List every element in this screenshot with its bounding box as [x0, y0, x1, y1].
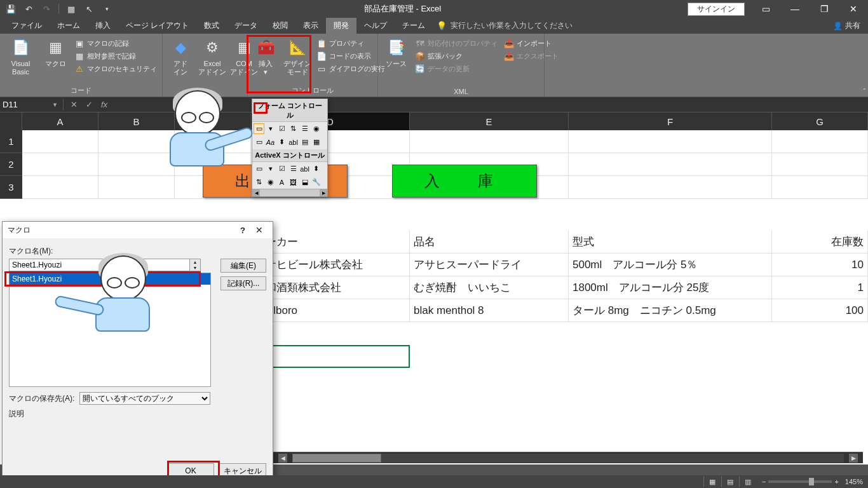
ax-list-icon[interactable]: ☰: [288, 163, 299, 174]
scrollbar-control-icon[interactable]: ⬍: [276, 137, 287, 147]
tab-view[interactable]: 表示: [295, 18, 326, 34]
combo-control-icon[interactable]: ▾: [265, 123, 276, 134]
macro-list-item[interactable]: Sheet1.Hyouzi: [10, 273, 210, 285]
collapse-ribbon-icon[interactable]: ˆ: [864, 88, 865, 95]
horizontal-scrollbar[interactable]: ◀ ▶: [273, 452, 863, 463]
ax-combo-icon[interactable]: ▾: [265, 163, 276, 174]
map-props-button[interactable]: 🗺対応付けのプロパティ: [414, 37, 499, 49]
zoom-label[interactable]: 145%: [845, 478, 863, 485]
save-location-select[interactable]: 開いているすべてのブック: [79, 392, 210, 405]
macros-button[interactable]: ▦ マクロ: [41, 36, 69, 69]
view-code-button[interactable]: 📄コードの表示: [315, 50, 386, 62]
close-icon[interactable]: ✕: [839, 0, 868, 18]
ax-spin-icon[interactable]: ⇅: [254, 177, 264, 187]
record-button[interactable]: 記録(R)...: [220, 276, 266, 290]
combo2-control-icon[interactable]: ▤: [299, 137, 310, 147]
popup-scrollbar[interactable]: ◀ ▶: [252, 189, 327, 196]
maximize-icon[interactable]: ❐: [810, 0, 839, 18]
col-hdr-f[interactable]: F: [569, 112, 772, 130]
row-hdr-2[interactable]: 2: [0, 153, 22, 176]
properties-button[interactable]: 📋プロパティ: [315, 37, 386, 49]
share-button[interactable]: 👤 共有: [833, 20, 860, 31]
scrollbar-thumb[interactable]: [292, 454, 381, 463]
macro-list[interactable]: Sheet1.Hyouzi: [9, 273, 211, 387]
dialog-close-icon[interactable]: ✕: [251, 225, 268, 235]
ax-text-icon[interactable]: abl: [299, 163, 310, 174]
name-box[interactable]: D11▼: [0, 98, 60, 112]
select-all-corner[interactable]: [0, 112, 22, 130]
tab-home[interactable]: ホーム: [50, 18, 88, 34]
tab-layout[interactable]: ページ レイアウト: [118, 18, 196, 34]
chevron-down-icon[interactable]: ▼: [52, 102, 58, 108]
view-layout-icon[interactable]: ▤: [721, 476, 739, 487]
record-macro-button[interactable]: ▣マクロの記録: [73, 37, 158, 49]
scroll-right-icon[interactable]: ▶: [849, 454, 858, 463]
view-pagebreak-icon[interactable]: ▥: [739, 476, 757, 487]
save-icon[interactable]: 💾: [5, 3, 17, 15]
macro-name-spinner[interactable]: ▲▼: [190, 259, 201, 271]
row-hdr-3[interactable]: 3: [0, 176, 22, 199]
button-control-icon[interactable]: ▭: [254, 123, 264, 134]
design-mode-button[interactable]: 📐 デザイン モード: [283, 36, 311, 77]
expansion-pack-button[interactable]: 📦拡張パック: [414, 50, 499, 62]
fx-icon[interactable]: fx: [97, 98, 112, 112]
tab-data[interactable]: データ: [227, 18, 265, 34]
qat-more-icon[interactable]: ▾: [101, 3, 112, 15]
tab-formulas[interactable]: 数式: [196, 18, 227, 34]
spin-up-icon[interactable]: ▲: [190, 259, 200, 265]
groupbox-control-icon[interactable]: ▭: [254, 137, 264, 147]
col-hdr-c[interactable]: C: [175, 112, 251, 130]
pointer-icon[interactable]: ↖: [83, 3, 95, 15]
textfield-control-icon[interactable]: abl: [288, 137, 299, 147]
tab-team[interactable]: チーム: [395, 18, 433, 34]
ribbon-options-icon[interactable]: ▭: [751, 0, 780, 18]
col-hdr-g[interactable]: G: [772, 112, 868, 130]
ax-option-icon[interactable]: ◉: [265, 177, 276, 187]
macro-security-button[interactable]: ⚠マクロのセキュリティ: [73, 63, 158, 74]
zoom-in-icon[interactable]: +: [834, 478, 838, 485]
listbox-control-icon[interactable]: ☰: [299, 123, 310, 134]
ax-checkbox-icon[interactable]: ☑: [276, 163, 287, 174]
worksheet-button-in[interactable]: 入 庫: [392, 165, 537, 198]
frame-control-icon[interactable]: ▦: [311, 137, 322, 147]
dialog-titlebar[interactable]: マクロ ? ✕: [3, 222, 273, 238]
relative-ref-button[interactable]: ▦相対参照で記録: [73, 50, 158, 62]
redo-icon[interactable]: ↷: [41, 3, 52, 15]
tab-help[interactable]: ヘルプ: [356, 18, 395, 34]
tab-file[interactable]: ファイル: [4, 18, 50, 34]
run-dialog-button[interactable]: ▭ダイアログの実行: [315, 63, 386, 74]
signin-button[interactable]: サインイン: [688, 3, 745, 16]
zoom-thumb[interactable]: [809, 478, 814, 485]
scroll-left-icon[interactable]: ◀: [278, 454, 287, 463]
zoom-slider[interactable]: [768, 480, 832, 483]
option-control-icon[interactable]: ◉: [311, 123, 322, 134]
ax-scroll-icon[interactable]: ⬍: [311, 163, 322, 174]
enter-formula-icon[interactable]: ✓: [81, 98, 97, 112]
tellme-search[interactable]: 💡 実行したい作業を入力してください: [437, 20, 573, 31]
view-normal-icon[interactable]: ▦: [703, 476, 721, 487]
source-button[interactable]: 📑 ソース: [382, 36, 410, 69]
ax-label-icon[interactable]: A: [276, 177, 287, 187]
minimize-icon[interactable]: —: [780, 0, 810, 18]
label-control-icon[interactable]: Aa: [265, 137, 276, 147]
tab-developer[interactable]: 開発: [326, 18, 356, 34]
dialog-help-icon[interactable]: ?: [234, 226, 251, 235]
visual-basic-button[interactable]: 📄 Visual Basic: [4, 36, 37, 77]
cancel-formula-icon[interactable]: ✕: [66, 98, 81, 112]
tab-review[interactable]: 校閲: [265, 18, 295, 34]
spinner-control-icon[interactable]: ⇅: [288, 123, 299, 134]
addins-button[interactable]: ◆ アド イン: [166, 36, 194, 77]
new-icon[interactable]: ▦: [65, 3, 77, 15]
ax-toggle-icon[interactable]: ⬓: [299, 177, 310, 187]
insert-control-button[interactable]: 🧰 挿入 ▾: [252, 36, 280, 77]
col-hdr-e[interactable]: E: [410, 112, 569, 130]
tab-insert[interactable]: 挿入: [88, 18, 118, 34]
macro-name-input[interactable]: [9, 259, 190, 271]
ax-more-icon[interactable]: 🔧: [311, 177, 322, 187]
excel-addins-button[interactable]: ⚙ Excel アドイン: [198, 36, 226, 77]
spin-down-icon[interactable]: ▼: [190, 265, 200, 271]
col-hdr-b[interactable]: B: [98, 112, 175, 130]
formula-input[interactable]: [112, 98, 868, 112]
edit-button[interactable]: 編集(E): [220, 259, 266, 273]
row-hdr-1[interactable]: 1: [0, 130, 22, 153]
